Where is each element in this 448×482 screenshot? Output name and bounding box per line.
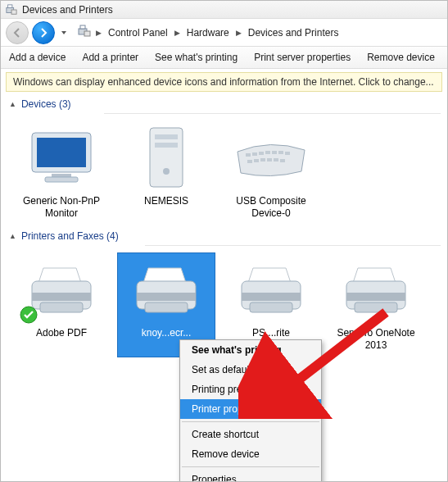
- chevron-right-icon[interactable]: ▶: [94, 29, 103, 37]
- menu-printer-properties[interactable]: Printer properties: [180, 399, 321, 419]
- printer-item-adobe-pdf[interactable]: Adobe PDF: [12, 252, 111, 357]
- svg-rect-38: [346, 293, 405, 301]
- svg-point-13: [163, 168, 170, 175]
- svg-rect-35: [242, 293, 301, 301]
- devices-grid: Generic Non-PnP Monitor NEMESIS USB Comp…: [1, 114, 447, 225]
- svg-rect-23: [260, 158, 265, 161]
- keyboard-icon: [224, 126, 318, 192]
- title-bar: Devices and Printers: [1, 1, 447, 19]
- monitor-icon: [15, 126, 108, 192]
- printer-icon: [120, 258, 213, 324]
- back-button[interactable]: [6, 21, 29, 44]
- collapse-icon: ▲: [9, 100, 16, 108]
- add-printer-button[interactable]: Add a printer: [74, 47, 147, 68]
- forward-button[interactable]: [32, 21, 55, 44]
- svg-rect-39: [355, 302, 397, 312]
- printer-label: Adobe PDF: [15, 327, 108, 339]
- svg-rect-22: [254, 159, 259, 162]
- toolbar: Add a device Add a printer See what's pr…: [1, 47, 447, 69]
- device-label: Generic Non-PnP Monitor: [15, 195, 108, 220]
- breadcrumb-devices-printers[interactable]: Devices and Printers: [245, 25, 342, 40]
- printer-label: PS ...rite: [224, 327, 318, 339]
- menu-remove-device[interactable]: Remove device: [180, 444, 321, 464]
- see-printing-button[interactable]: See what's printing: [147, 47, 246, 68]
- add-device-button[interactable]: Add a device: [1, 47, 74, 68]
- svg-rect-11: [155, 134, 178, 139]
- group-header-devices[interactable]: ▲ Devices (3): [1, 93, 447, 111]
- window-title: Devices and Printers: [22, 4, 113, 16]
- printer-icon: [224, 258, 318, 324]
- svg-rect-9: [45, 177, 78, 182]
- collapse-icon: ▲: [9, 232, 16, 240]
- default-check-icon: [20, 306, 38, 324]
- svg-rect-12: [155, 143, 178, 148]
- devices-printers-icon: [78, 25, 91, 40]
- menu-separator: [182, 421, 319, 422]
- svg-rect-2: [11, 10, 16, 14]
- svg-rect-16: [259, 152, 264, 155]
- context-menu: See what's printing Set as default print…: [179, 339, 322, 482]
- svg-rect-7: [37, 138, 86, 167]
- chevron-right-icon[interactable]: ▶: [173, 29, 182, 37]
- svg-rect-1: [8, 4, 12, 7]
- printer-label: knoy...ecr...: [120, 327, 213, 339]
- printer-icon: [329, 258, 423, 324]
- menu-set-default[interactable]: Set as default printer: [180, 360, 321, 380]
- info-bar[interactable]: Windows can display enhanced device icon…: [6, 72, 442, 92]
- svg-rect-20: [285, 152, 290, 155]
- menu-separator: [182, 466, 319, 467]
- svg-rect-14: [246, 153, 251, 157]
- breadcrumb-control-panel[interactable]: Control Panel: [105, 25, 171, 40]
- svg-rect-25: [274, 158, 278, 161]
- svg-rect-28: [32, 293, 91, 301]
- devices-printers-icon: [6, 4, 17, 16]
- group-header-printers[interactable]: ▲ Printers and Faxes (4): [1, 225, 447, 243]
- menu-properties[interactable]: Properties: [180, 470, 321, 482]
- menu-see-printing[interactable]: See what's printing: [180, 340, 321, 360]
- svg-rect-33: [145, 302, 188, 312]
- svg-rect-36: [250, 302, 292, 312]
- svg-rect-32: [137, 293, 196, 301]
- group-label: Printers and Faxes: [21, 230, 104, 242]
- svg-rect-4: [80, 25, 85, 29]
- computer-icon: [120, 126, 213, 192]
- printer-label: Send To OneNote 2013: [329, 327, 423, 352]
- device-label: USB Composite Device-0: [224, 195, 318, 220]
- device-item-usb[interactable]: USB Composite Device-0: [222, 120, 320, 225]
- svg-rect-8: [52, 174, 71, 177]
- svg-rect-15: [252, 152, 257, 156]
- printer-item-onenote[interactable]: Send To OneNote 2013: [327, 252, 425, 357]
- group-label: Devices: [21, 98, 57, 110]
- device-item-monitor[interactable]: Generic Non-PnP Monitor: [12, 120, 111, 225]
- group-count: (4): [106, 230, 119, 242]
- svg-rect-5: [84, 31, 90, 36]
- device-label: NEMESIS: [120, 195, 213, 207]
- remove-device-button[interactable]: Remove device: [359, 47, 443, 68]
- nav-row: ▶ Control Panel ▶ Hardware ▶ Devices and…: [1, 19, 447, 47]
- menu-create-shortcut[interactable]: Create shortcut: [180, 425, 321, 444]
- svg-rect-19: [278, 151, 283, 154]
- svg-rect-29: [40, 302, 83, 312]
- breadcrumb-hardware[interactable]: Hardware: [183, 25, 233, 40]
- group-count: (3): [59, 98, 71, 110]
- device-item-computer[interactable]: NEMESIS: [117, 120, 215, 225]
- svg-rect-17: [265, 151, 270, 154]
- printer-icon: [15, 258, 108, 324]
- svg-rect-21: [247, 160, 252, 163]
- svg-rect-18: [272, 151, 277, 154]
- chevron-right-icon[interactable]: ▶: [234, 29, 243, 37]
- nav-history-dropdown[interactable]: [58, 30, 70, 36]
- print-server-properties-button[interactable]: Print server properties: [246, 47, 359, 68]
- svg-rect-24: [267, 158, 272, 161]
- breadcrumb: ▶ Control Panel ▶ Hardware ▶ Devices and…: [73, 25, 342, 40]
- menu-printing-preferences[interactable]: Printing preferences: [180, 380, 321, 399]
- svg-rect-26: [280, 159, 285, 162]
